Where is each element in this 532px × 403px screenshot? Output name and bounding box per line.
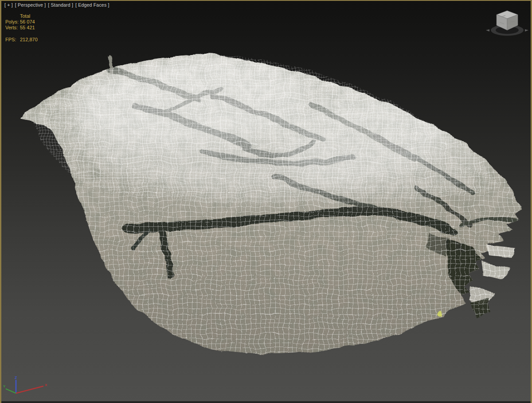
y-axis-label: Y (3, 384, 6, 388)
viewport-edged-faces-menu[interactable]: [ Edged Faces ] (75, 2, 110, 8)
z-axis-label: Z (15, 375, 17, 380)
y-axis-line (6, 389, 16, 393)
verts-value: 55 421 (20, 25, 35, 31)
statistics-overlay: Total Polys: 56 074 Verts: 55 421 FPS: 2… (5, 13, 38, 43)
viewport-shading-menu[interactable]: [ Standard ] (48, 2, 73, 8)
viewport-label: [ + ] [ Perspective ] [ Standard ] [ Edg… (4, 2, 110, 8)
stats-fps-row: FPS: 212,870 (5, 37, 38, 43)
polys-label: Polys: (5, 19, 20, 25)
fps-label: FPS: (5, 37, 20, 43)
viewcube-icon[interactable] (485, 4, 529, 41)
bottom-edge-strip (1, 401, 531, 403)
stats-header-row: Total (5, 13, 38, 19)
stats-polys-row: Polys: 56 074 (5, 19, 38, 25)
x-axis-line (16, 386, 43, 393)
axis-tripod-icon: Z Y X (3, 375, 56, 399)
viewcube-right-arrow[interactable] (525, 29, 528, 32)
moss-highlight-spot (435, 310, 440, 315)
viewport-canvas[interactable]: [ + ] [ Perspective ] [ Standard ] [ Edg… (0, 0, 532, 403)
viewport-pov-menu[interactable]: [ Perspective ] (15, 2, 46, 8)
stats-verts-row: Verts: 55 421 (5, 25, 38, 31)
max-viewport-frame: [ + ] [ Perspective ] [ Standard ] [ Edg… (0, 0, 532, 403)
mesh-model[interactable] (19, 49, 520, 353)
x-axis-label: X (45, 383, 47, 387)
viewport-general-menu[interactable]: [ + ] (4, 2, 13, 8)
viewcube-left-arrow[interactable] (486, 29, 489, 32)
polys-value: 56 074 (20, 19, 35, 25)
stats-total-header: Total (20, 13, 30, 19)
fps-value: 212,870 (20, 37, 38, 43)
verts-label: Verts: (5, 25, 20, 31)
scene-render (0, 0, 532, 403)
